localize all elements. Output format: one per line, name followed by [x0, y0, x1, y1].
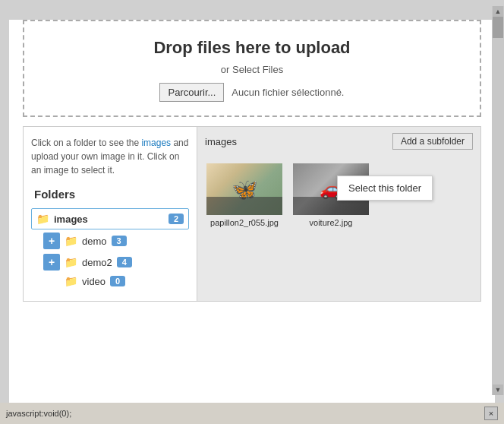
expand-demo2-button[interactable]: + [43, 254, 60, 271]
thumb-label-papillon: papillon2_r055.jpg [210, 218, 279, 227]
folder-icon-demo2: 📁 [65, 256, 77, 268]
subfolder-section: + 📁 demo 3 + 📁 demo2 4 [43, 233, 189, 287]
right-panel: images Add a subfolder papillon2_r055.jp… [197, 126, 481, 302]
thumb-overlay-papillon [206, 197, 282, 215]
expand-demo-button[interactable]: + [43, 233, 60, 249]
status-bar: javascript:void(0); × [0, 403, 504, 424]
close-button[interactable]: × [484, 407, 498, 420]
thumb-box-papillon [206, 163, 282, 215]
folder-item-demo[interactable]: 📁 demo 3 [65, 235, 127, 247]
folder-badge-video: 0 [110, 276, 125, 286]
folder-name-demo: demo [82, 236, 107, 247]
scrollbar-arrow-down[interactable]: ▼ [493, 384, 503, 395]
folder-badge-images: 2 [169, 214, 184, 224]
images-grid: papillon2_r055.jpg voiture2.jpg Select t… [197, 156, 480, 235]
folder-icon-demo: 📁 [65, 235, 77, 247]
subfolder-row-video: 📁 video 0 [43, 275, 189, 287]
folder-icon-images: 📁 [36, 213, 49, 225]
no-file-label: Aucun fichier sélectionné. [232, 87, 344, 98]
left-panel: Click on a folder to see the images and … [23, 126, 197, 302]
right-panel-header: images Add a subfolder [197, 127, 480, 156]
folder-badge-demo2: 4 [117, 257, 132, 267]
folders-label: Folders [31, 188, 189, 201]
select-folder-tooltip[interactable]: Select this folder [337, 176, 433, 201]
subfolder-row-demo2: + 📁 demo2 4 [43, 254, 189, 271]
folder-name-images: images [54, 214, 164, 225]
folder-name-video: video [82, 276, 106, 287]
image-thumb-papillon[interactable]: papillon2_r055.jpg [206, 163, 282, 227]
subfolder-row-demo: + 📁 demo 3 [43, 233, 189, 249]
drop-zone-title: Drop files here to upload [39, 38, 465, 58]
scrollbar-arrow-up[interactable]: ▲ [493, 6, 503, 17]
browse-button[interactable]: Parcourir... [159, 83, 224, 102]
status-text: javascript:void(0); [6, 409, 71, 418]
hint-images-link[interactable]: images [141, 138, 171, 148]
folder-badge-demo: 3 [112, 236, 127, 246]
bottom-section: Click on a folder to see the images and … [23, 126, 481, 302]
hint-text: Click on a folder to see the images and … [31, 136, 189, 177]
folder-icon-video: 📁 [65, 275, 77, 287]
scrollbar: ▲ ▼ [492, 6, 504, 395]
folder-name-demo2: demo2 [82, 257, 112, 268]
image-thumb-voiture[interactable]: voiture2.jpg Select this folder [293, 163, 369, 227]
current-folder-name: images [205, 136, 237, 147]
folder-item-images[interactable]: 📁 images 2 [31, 208, 189, 229]
folder-item-demo2[interactable]: 📁 demo2 4 [65, 256, 132, 268]
or-select-text: or Select Files [39, 64, 465, 75]
drop-zone[interactable]: Drop files here to upload or Select File… [23, 20, 481, 117]
main-window: Drop files here to upload or Select File… [9, 20, 495, 415]
add-subfolder-button[interactable]: Add a subfolder [392, 133, 473, 150]
hint-part1: Click on a folder to see the [31, 138, 141, 148]
folder-item-video[interactable]: 📁 video 0 [65, 275, 125, 287]
thumb-label-voiture: voiture2.jpg [310, 218, 353, 227]
